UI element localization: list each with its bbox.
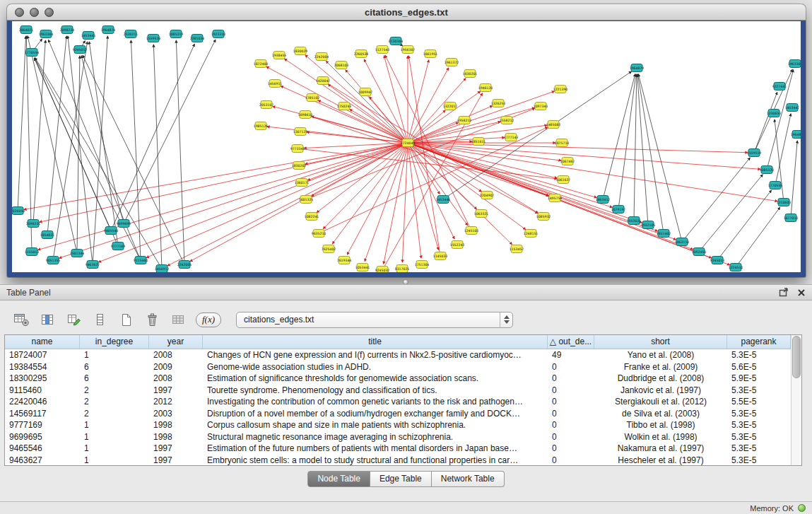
graph-node[interactable]: 2026050 xyxy=(12,207,25,215)
graph-edge[interactable] xyxy=(83,55,184,264)
graph-node[interactable]: 1770554 xyxy=(25,49,40,57)
function-builder-button[interactable]: f(x) xyxy=(196,313,221,327)
float-panel-icon[interactable] xyxy=(779,288,789,297)
graph-node[interactable]: 1958212 xyxy=(457,117,472,124)
graph-node[interactable]: 1923310 xyxy=(211,30,226,38)
graph-node[interactable]: 1061627 xyxy=(556,176,571,184)
graph-node[interactable]: 1453445 xyxy=(81,32,96,40)
graph-node[interactable]: 1248151 xyxy=(524,230,539,238)
graph-node[interactable]: 1770555 xyxy=(768,182,783,189)
graph-node[interactable]: 1830202 xyxy=(292,162,307,170)
graph-node[interactable]: 1751304 xyxy=(415,261,430,269)
graph-node[interactable]: 9635210 xyxy=(312,230,326,238)
graph-node[interactable]: 9051355 xyxy=(46,257,61,264)
graph-node[interactable]: 2098231 xyxy=(26,220,41,228)
network-canvas[interactable]: 1724049187240019384551830029224200414569… xyxy=(12,21,801,272)
table-row[interactable]: 946362711997Embryonic stem cells: a mode… xyxy=(5,455,791,466)
graph-node[interactable]: 1661951 xyxy=(423,50,438,58)
graph-node[interactable]: 8130304 xyxy=(389,37,404,45)
graph-node[interactable]: 1307127 xyxy=(293,128,308,136)
graph-node[interactable]: 1210603 xyxy=(777,199,792,206)
graph-edge[interactable] xyxy=(190,143,408,262)
table-row[interactable]: 1872400712008Changes of HCN gene express… xyxy=(5,349,791,361)
graph-node[interactable]: 2242005 xyxy=(177,261,192,269)
minimize-button[interactable] xyxy=(30,8,39,17)
graph-node[interactable]: 1963304 xyxy=(39,30,54,38)
graph-node[interactable]: 1495758 xyxy=(548,194,563,202)
graph-node[interactable]: 1009947 xyxy=(358,88,373,96)
import-table-button[interactable] xyxy=(168,310,188,329)
graph-edge[interactable] xyxy=(408,91,555,143)
graph-node[interactable]: 2242004 xyxy=(314,53,329,61)
graph-edge[interactable] xyxy=(124,40,216,223)
graph-edge[interactable] xyxy=(146,143,408,257)
table-settings-button[interactable] xyxy=(11,310,31,329)
graph-node[interactable]: 1456912 xyxy=(155,265,170,273)
graph-node[interactable]: 8317025 xyxy=(395,265,410,273)
table-panel-titlebar[interactable]: Table Panel xyxy=(0,285,812,300)
graph-edge[interactable] xyxy=(89,42,118,246)
table-scrollbar[interactable] xyxy=(791,335,801,465)
graph-edge[interactable] xyxy=(408,143,526,230)
graph-node[interactable]: 2530211 xyxy=(124,30,139,38)
graph-node[interactable]: 1053441 xyxy=(355,264,370,271)
graph-edge[interactable] xyxy=(637,74,664,233)
graph-edge[interactable] xyxy=(736,207,780,267)
graph-node[interactable]: 1453447 xyxy=(785,104,800,112)
graph-edge[interactable] xyxy=(153,45,162,269)
graph-node[interactable]: 1085932 xyxy=(536,213,551,221)
graph-node[interactable]: 1456911 xyxy=(268,80,283,88)
graph-node[interactable]: 1326253 xyxy=(491,100,506,107)
graph-node[interactable]: 1153457 xyxy=(510,245,524,253)
graph-node[interactable]: 1485083 xyxy=(546,121,561,129)
graph-node[interactable]: 7619344 xyxy=(337,257,352,264)
graph-node[interactable]: 1872400 xyxy=(254,60,269,68)
graph-node[interactable]: 1553021 xyxy=(627,217,642,225)
graph-edge[interactable] xyxy=(38,143,408,250)
graph-node[interactable]: 9773341 xyxy=(290,145,305,153)
table-row[interactable]: 1830029562008Estimation of significance … xyxy=(5,373,791,385)
graph-node[interactable]: 9227441 xyxy=(772,83,787,90)
tab-edge-table[interactable]: Edge Table xyxy=(370,471,432,487)
column-header-name[interactable]: name xyxy=(5,335,80,349)
graph-edge[interactable] xyxy=(791,141,797,218)
create-column-button[interactable] xyxy=(116,310,136,329)
graph-edge[interactable] xyxy=(18,36,26,211)
graph-edge[interactable] xyxy=(408,143,538,214)
graph-edge[interactable] xyxy=(305,55,408,143)
table-row[interactable]: 969969511998Structural magnetic resonanc… xyxy=(5,431,791,443)
graph-node[interactable]: 1875710 xyxy=(555,139,570,147)
rows-mode-button[interactable] xyxy=(90,310,110,329)
graph-node[interactable]: 9115460 xyxy=(134,257,148,264)
graph-node[interactable]: 1097343 xyxy=(534,103,548,110)
column-header-title[interactable]: title xyxy=(203,335,548,349)
graph-node[interactable]: 2053107 xyxy=(259,101,274,109)
column-header-short[interactable]: short xyxy=(594,335,727,349)
graph-node[interactable]: 1322017 xyxy=(443,103,458,110)
graph-node[interactable]: 1127543 xyxy=(375,46,390,54)
column-header-year[interactable]: year xyxy=(149,335,203,349)
graph-node[interactable]: 1961372 xyxy=(445,59,459,66)
zoom-button[interactable] xyxy=(45,8,54,17)
table-row[interactable]: 977716911998Corpus callosum shape and si… xyxy=(5,419,791,431)
tab-node-table[interactable]: Node Table xyxy=(307,471,370,487)
graph-node[interactable]: 1092450 xyxy=(692,248,707,256)
graph-node[interactable]: 1552243 xyxy=(450,241,465,249)
graph-node[interactable]: 1963305 xyxy=(788,60,801,68)
graph-edge[interactable] xyxy=(370,97,408,143)
graph-node[interactable]: 1230653 xyxy=(767,110,782,117)
graph-node[interactable]: 1420047 xyxy=(316,77,331,85)
graph-edge[interactable] xyxy=(775,119,784,202)
graph-node[interactable]: 1559518 xyxy=(146,35,161,42)
graph-node[interactable]: 1453446 xyxy=(436,196,451,204)
graph-node[interactable]: 1946120 xyxy=(478,84,493,92)
table-row[interactable]: 2242004622012Investigating the contribut… xyxy=(5,396,791,408)
graph-node[interactable]: 1964875 xyxy=(791,131,801,139)
graph-node[interactable]: 1221390 xyxy=(553,86,568,93)
graph-edge[interactable] xyxy=(98,143,408,262)
graph-edge[interactable] xyxy=(167,143,408,266)
graph-edge[interactable] xyxy=(305,115,548,196)
graph-node[interactable]: 9245013 xyxy=(710,257,725,264)
graph-node[interactable]: 7625402 xyxy=(322,245,336,253)
graph-node[interactable]: 1601325 xyxy=(299,196,314,204)
